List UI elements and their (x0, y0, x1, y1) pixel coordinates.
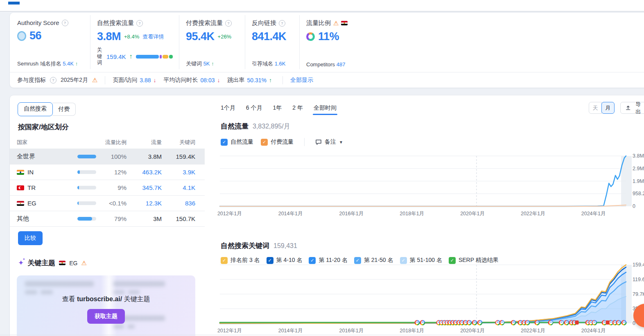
alert-flag-marker-icon[interactable] (575, 320, 578, 325)
metrics-row: Authority Score ? 56 Semrush 域名排名 5.4K ↑… (10, 13, 644, 72)
google-update-marker-icon[interactable]: G (499, 320, 505, 325)
paid-keywords-value[interactable]: 5K (203, 61, 210, 67)
keywords-value: 150.7K (176, 215, 195, 222)
info-icon[interactable]: ? (225, 20, 232, 27)
authority-gauge-icon (17, 31, 26, 41)
legend-item[interactable]: ✓SERP 精选结果 (449, 257, 499, 264)
tab-付费[interactable]: 付费 (52, 103, 76, 116)
google-update-marker-icon[interactable]: G (511, 320, 516, 325)
google-update-marker-icon[interactable]: G (415, 320, 420, 325)
country-name: 全世界 (17, 153, 35, 160)
legend-item[interactable]: ✓第 4-10 名 (267, 257, 303, 264)
checkbox-checked-icon[interactable]: ✓ (267, 257, 273, 264)
checkbox-checked-icon[interactable]: ✓ (221, 257, 228, 264)
semrush-rank-value[interactable]: 5.4K (63, 61, 74, 67)
keywords-bar-segment (169, 55, 173, 59)
info-icon[interactable]: ? (62, 20, 68, 26)
x-axis-tick: 2014年1月 (278, 327, 303, 334)
google-update-marker-icon[interactable]: G (616, 320, 621, 325)
export-button[interactable]: 导出 (620, 102, 644, 114)
top-bar-indicator (8, 2, 20, 5)
legend-item[interactable]: ✓第 21-50 名 (354, 257, 393, 264)
show-all-link[interactable]: 全部显示 (290, 77, 313, 84)
range-tab-1[interactable]: 6 个月 (246, 104, 262, 115)
google-update-marker-icon[interactable]: G (472, 320, 477, 325)
legend-item[interactable]: ✓付费流量 (261, 138, 294, 146)
checkbox-checked-icon[interactable]: ✓ (221, 139, 228, 146)
keywords-value[interactable]: 3.9K (183, 169, 195, 176)
keywords-count[interactable]: 159.4K (106, 53, 126, 60)
divider (105, 76, 105, 84)
trend-up-icon: ↑ (269, 77, 272, 83)
traffic-value[interactable]: 12.3K (146, 200, 162, 207)
google-update-marker-icon[interactable]: G (548, 320, 554, 325)
checkbox-checked-icon[interactable]: ✓ (261, 139, 268, 146)
range-tab-3[interactable]: 2 年 (292, 104, 303, 115)
info-icon[interactable]: ? (279, 20, 285, 27)
google-update-marker-icon[interactable]: G (420, 320, 425, 325)
compare-button[interactable]: 比较 (18, 231, 43, 245)
table-row-TR[interactable]: TR9%345.7K4.1K (10, 180, 205, 196)
y-axis-tick: 159.4K (633, 262, 644, 268)
trend-down-icon: ↓ (217, 77, 220, 83)
legend-item[interactable]: ✓排名前 3 名 (221, 257, 260, 264)
checkbox-checked-icon[interactable]: ✓ (354, 257, 361, 264)
range-tab-2[interactable]: 1年 (273, 104, 282, 115)
alert-flag-marker-icon[interactable] (606, 320, 610, 325)
promo-suffix: 关键主题 (124, 295, 150, 302)
legend-label: 自然流量 (230, 138, 253, 146)
ref-domains-label: 引荐域名 (252, 61, 273, 67)
google-update-marker-icon[interactable]: G (559, 320, 564, 325)
divider (282, 76, 283, 84)
organic-traffic-label: 自然搜索流量 (97, 19, 134, 27)
up-arrow-icon: ↑ (129, 53, 133, 60)
legend-item[interactable]: ✓第 11-20 名 (309, 257, 348, 264)
checkbox-checked-icon[interactable]: ✓ (449, 257, 456, 264)
view-details-link[interactable]: 查看详情 (142, 33, 164, 41)
google-update-marker-icon[interactable]: G (477, 320, 482, 325)
checkbox-checked-icon[interactable]: ✓ (309, 257, 316, 264)
google-update-marker-icon[interactable]: G (534, 320, 540, 325)
table-row-其他[interactable]: 其他79%3M150.7K (10, 211, 205, 227)
organic-keywords-chart[interactable]: 159.4K119.6K79.7K39.9K02012年1月2014年1月201… (220, 265, 644, 336)
organic-traffic-chart[interactable]: 3.8M2.9M1.9M958.2K02012年1月2014年1月2016年1月… (220, 156, 644, 226)
notes-control[interactable]: 备注 ▼ (315, 138, 343, 146)
key-topics-header: ✦✦ 关键主题 EG ⚠ (18, 258, 87, 268)
promo-text: 查看 turboscribe.ai/ 关键主题 (17, 295, 195, 304)
table-row-全世界[interactable]: 全世界100%3.8M159.4K (10, 149, 205, 165)
keywords-value[interactable]: 4.1K (183, 184, 195, 191)
checkbox-checked-icon[interactable]: ✓ (400, 257, 407, 264)
google-update-marker-icon[interactable]: G (621, 320, 627, 325)
granularity-month[interactable]: 月 (601, 102, 615, 114)
info-icon[interactable]: ? (50, 77, 56, 83)
table-row-IN[interactable]: IN12%463.2K3.9K (10, 165, 205, 180)
table-row-EG[interactable]: EG<0.1%12.3K836 (10, 196, 205, 211)
share-bar (77, 217, 96, 221)
tab-自然搜索[interactable]: 自然搜索 (18, 102, 53, 116)
traffic-value[interactable]: 463.2K (142, 169, 162, 176)
google-g-icon: G (617, 321, 620, 324)
egypt-flag-icon (341, 21, 348, 25)
legend-item[interactable]: ✓自然流量 (221, 138, 253, 146)
blurred-text (113, 325, 124, 329)
share-percent: 100% (111, 153, 127, 160)
info-icon[interactable]: ? (136, 20, 143, 27)
google-update-marker-icon[interactable]: G (467, 320, 472, 325)
keywords-bar-segment (160, 55, 162, 59)
google-update-marker-icon[interactable]: G (524, 320, 530, 325)
x-axis-tick: 2018年1月 (400, 210, 424, 217)
get-topics-button[interactable]: 获取主题 (87, 309, 125, 324)
competitors-value[interactable]: 487 (337, 61, 346, 68)
google-g-icon: G (622, 321, 626, 324)
granularity-day[interactable]: 天 (589, 102, 602, 114)
ref-domains-value[interactable]: 1.6K (275, 61, 286, 67)
keywords-value[interactable]: 836 (185, 200, 195, 207)
warning-icon: ⚠ (81, 260, 86, 266)
legend-item[interactable]: ✓第 51-100 名 (400, 257, 442, 264)
range-tab-4[interactable]: 全部时间 (314, 104, 337, 115)
y-axis-tick: 2.9M (633, 166, 644, 171)
range-tab-0[interactable]: 1个月 (221, 104, 235, 115)
traffic-value[interactable]: 345.7K (142, 184, 162, 191)
google-update-marker-icon[interactable]: G (592, 320, 597, 325)
country-cell: EG (17, 200, 77, 207)
